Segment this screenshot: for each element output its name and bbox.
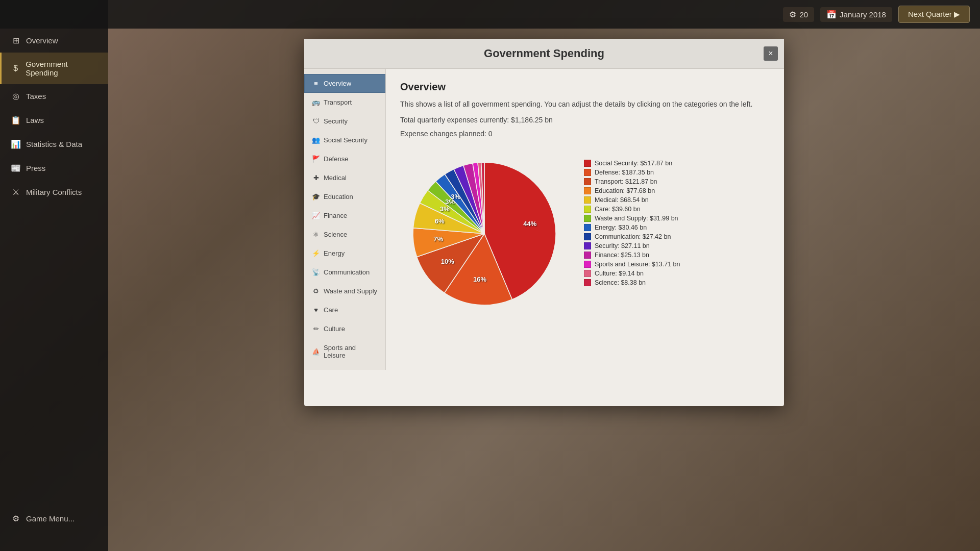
sidebar-label-military: Military Conflicts	[26, 188, 82, 196]
nav-sports-icon: ⛵	[312, 348, 320, 356]
legend-color-box	[584, 196, 591, 204]
nav-item-overview[interactable]: ≡ Overview	[304, 74, 385, 93]
nav-energy-label: Energy	[324, 249, 345, 257]
legend-color-box	[584, 279, 591, 286]
nav-education-icon: 🎓	[312, 193, 320, 201]
legend-color-box	[584, 206, 591, 213]
legend-item: Defense: $187.35 bn	[584, 169, 770, 176]
nav-care-label: Care	[324, 306, 338, 314]
taxes-icon: ◎	[11, 91, 21, 101]
legend-label-text: Finance: $25.13 bn	[595, 252, 770, 259]
nav-waste-icon: ♻	[312, 287, 320, 295]
legend-item: Sports and Leisure: $13.71 bn	[584, 261, 770, 268]
legend-item: Care: $39.60 bn	[584, 206, 770, 213]
nav-item-culture[interactable]: ✏ Culture	[304, 319, 385, 338]
legend-item: Waste and Supply: $31.99 bn	[584, 215, 770, 222]
legend-item: Science: $8.38 bn	[584, 279, 770, 286]
legend-item: Transport: $121.87 bn	[584, 178, 770, 185]
nav-item-science[interactable]: ⚛ Science	[304, 225, 385, 244]
sidebar-item-laws[interactable]: 📋 Laws	[0, 108, 108, 132]
nav-item-finance[interactable]: 📈 Finance	[304, 206, 385, 225]
next-quarter-button[interactable]: Next Quarter ▶	[898, 6, 970, 23]
nav-defense-icon: 🚩	[312, 155, 320, 163]
modal-main-content: Overview This shows a list of all govern…	[386, 69, 784, 370]
pie-svg: 44%16%10%7%6%3%3%3%	[400, 149, 569, 318]
legend-label-text: Sports and Leisure: $13.71 bn	[595, 261, 770, 268]
sidebar: ⊞ Overview $ Government Spending ◎ Taxes…	[0, 0, 108, 551]
legend-label-text: Security: $27.11 bn	[595, 242, 770, 249]
nav-item-education[interactable]: 🎓 Education	[304, 187, 385, 206]
sidebar-item-government-spending[interactable]: $ Government Spending	[0, 53, 108, 84]
sidebar-label-government-spending: Government Spending	[26, 60, 99, 77]
sidebar-label-statistics: Statistics & Data	[26, 140, 82, 148]
nav-item-sports[interactable]: ⛵ Sports and Leisure	[304, 338, 385, 365]
nav-security-label: Security	[324, 117, 348, 125]
legend-item: Education: $77.68 bn	[584, 187, 770, 194]
laws-icon: 📋	[11, 115, 21, 125]
svg-text:7%: 7%	[433, 235, 443, 243]
nav-item-social-security[interactable]: 👥 Social Security	[304, 131, 385, 149]
nav-item-energy[interactable]: ⚡ Energy	[304, 244, 385, 263]
content-description: This shows a list of all government spen…	[400, 99, 770, 110]
nav-defense-label: Defense	[324, 155, 348, 163]
total-expenses-value: Total quarterly expenses currently: $1,1…	[400, 115, 770, 126]
modal-body: ≡ Overview 🚌 Transport 🛡 Security 👥 Soci…	[304, 69, 784, 370]
sidebar-label-game-menu: Game Menu...	[26, 514, 75, 523]
game-menu-icon: ⚙	[11, 514, 21, 523]
svg-text:10%: 10%	[441, 258, 454, 265]
top-bar: ⚙ 20 📅 January 2018 Next Quarter ▶	[0, 0, 980, 29]
legend-item: Social Security: $517.87 bn	[584, 160, 770, 167]
nav-item-communication[interactable]: 📡 Communication	[304, 263, 385, 282]
sidebar-label-laws: Laws	[26, 116, 44, 124]
wrench-icon: ⚙	[789, 10, 796, 19]
legend-color-box	[584, 233, 591, 240]
sidebar-item-military[interactable]: ⚔ Military Conflicts	[0, 180, 108, 204]
press-icon: 📰	[11, 163, 21, 173]
nav-item-waste-supply[interactable]: ♻ Waste and Supply	[304, 282, 385, 300]
nav-waste-label: Waste and Supply	[324, 287, 377, 295]
nav-transport-label: Transport	[324, 98, 352, 106]
legend-item: Energy: $30.46 bn	[584, 224, 770, 231]
notifications-count: 20	[799, 10, 808, 19]
notifications-indicator: ⚙ 20	[783, 7, 814, 22]
chart-legend: Social Security: $517.87 bnDefense: $187…	[584, 160, 770, 286]
nav-medical-label: Medical	[324, 174, 347, 182]
svg-text:6%: 6%	[435, 217, 445, 225]
sidebar-item-overview[interactable]: ⊞ Overview	[0, 29, 108, 53]
legend-color-box	[584, 242, 591, 249]
nav-science-icon: ⚛	[312, 231, 320, 238]
sidebar-item-game-menu[interactable]: ⚙ Game Menu...	[0, 507, 108, 531]
legend-item: Medical: $68.54 bn	[584, 196, 770, 204]
legend-label-text: Education: $77.68 bn	[595, 187, 770, 194]
nav-culture-icon: ✏	[312, 325, 320, 333]
legend-label-text: Medical: $68.54 bn	[595, 196, 770, 204]
legend-label-text: Transport: $121.87 bn	[595, 178, 770, 185]
nav-medical-icon: ✚	[312, 174, 320, 182]
sidebar-label-overview: Overview	[26, 36, 58, 45]
legend-label-text: Waste and Supply: $31.99 bn	[595, 215, 770, 222]
nav-comm-icon: 📡	[312, 268, 320, 276]
legend-label-text: Social Security: $517.87 bn	[595, 160, 770, 167]
legend-item: Culture: $9.14 bn	[584, 270, 770, 277]
legend-label-text: Energy: $30.46 bn	[595, 224, 770, 231]
modal-nav: ≡ Overview 🚌 Transport 🛡 Security 👥 Soci…	[304, 69, 386, 370]
nav-science-label: Science	[324, 231, 347, 238]
nav-social-icon: 👥	[312, 136, 320, 144]
legend-label-text: Defense: $187.35 bn	[595, 169, 770, 176]
nav-education-label: Education	[324, 193, 353, 201]
nav-item-transport[interactable]: 🚌 Transport	[304, 93, 385, 112]
nav-item-security[interactable]: 🛡 Security	[304, 112, 385, 131]
legend-color-box	[584, 187, 591, 194]
nav-item-care[interactable]: ♥ Care	[304, 300, 385, 319]
overview-icon: ⊞	[11, 36, 21, 45]
nav-finance-label: Finance	[324, 212, 347, 219]
legend-color-box	[584, 169, 591, 176]
modal-close-button[interactable]: ×	[764, 46, 778, 61]
sidebar-label-press: Press	[26, 164, 45, 172]
sidebar-item-taxes[interactable]: ◎ Taxes	[0, 84, 108, 108]
nav-item-defense[interactable]: 🚩 Defense	[304, 149, 385, 168]
nav-security-icon: 🛡	[312, 117, 320, 125]
sidebar-item-statistics[interactable]: 📊 Statistics & Data	[0, 132, 108, 156]
sidebar-item-press[interactable]: 📰 Press	[0, 156, 108, 180]
nav-item-medical[interactable]: ✚ Medical	[304, 168, 385, 187]
